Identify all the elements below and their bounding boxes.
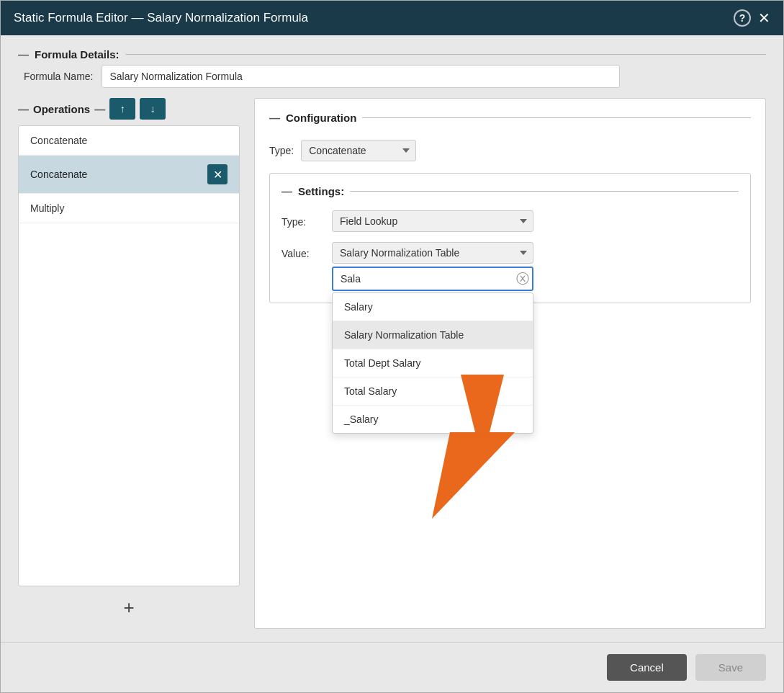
settings-title: Settings: — [298, 185, 344, 197]
save-button[interactable]: Save — [695, 654, 766, 681]
left-panel: — Operations — ↑ ↓ Concatenate Concat — [18, 98, 240, 629]
add-operation-row: + — [18, 586, 240, 629]
settings-value-label: Value: — [281, 242, 325, 259]
config-type-row: Type: Concatenate Multiply Divide Add Su… — [269, 140, 751, 161]
right-panel: — Configuration Type: Concatenate Multip… — [254, 98, 766, 629]
settings-value-control: Salary Normalization Table ⓧ Salary Sala… — [332, 242, 739, 291]
add-operation-button[interactable]: + — [123, 596, 134, 619]
formula-details-title: Formula Details: — [35, 48, 120, 61]
dropdown-item[interactable]: Total Salary — [333, 377, 533, 406]
move-down-button[interactable]: ↓ — [140, 98, 166, 120]
config-type-label: Type: — [269, 145, 294, 156]
list-item[interactable]: Multiply — [19, 194, 239, 223]
close-icon[interactable]: ✕ — [758, 9, 770, 27]
search-input[interactable] — [332, 267, 533, 291]
settings-type-label: Type: — [281, 210, 325, 228]
field-lookup-select[interactable]: Field Lookup Static Value Formula — [332, 210, 533, 232]
formula-name-input[interactable] — [102, 65, 620, 88]
operations-title: Operations — [33, 103, 90, 115]
help-icon[interactable]: ? — [734, 9, 751, 27]
settings-value-row: Value: Salary Normalization Table ⓧ — [281, 242, 739, 291]
list-item[interactable]: Concatenate — [19, 126, 239, 156]
formula-name-label: Formula Name: — [24, 71, 93, 82]
dropdown-item[interactable]: Salary — [333, 293, 533, 321]
settings-type-row: Type: Field Lookup Static Value Formula — [281, 210, 739, 232]
search-box-container: ⓧ — [332, 267, 533, 291]
move-up-button[interactable]: ↑ — [109, 98, 135, 120]
value-select[interactable]: Salary Normalization Table — [332, 242, 533, 264]
modal-container: Static Formula Editor — Salary Normaliza… — [0, 0, 784, 693]
operations-list: Concatenate Concatenate ✕ Multiply — [18, 125, 240, 586]
formula-name-row: Formula Name: — [24, 65, 766, 88]
list-item[interactable]: Concatenate ✕ — [19, 156, 239, 194]
settings-type-control: Field Lookup Static Value Formula — [332, 210, 739, 232]
title-bar-icons: ? ✕ — [734, 9, 770, 27]
dropdown-list: Salary Salary Normalization Table Total … — [332, 292, 533, 434]
cancel-button[interactable]: Cancel — [607, 654, 687, 681]
dropdown-item[interactable]: _Salary — [333, 406, 533, 433]
delete-item-button[interactable]: ✕ — [207, 164, 227, 184]
modal-body: — Formula Details: Formula Name: — Opera… — [1, 35, 783, 642]
formula-details-header: — Formula Details: — [18, 48, 766, 61]
formula-details-section: — Formula Details: Formula Name: — [18, 48, 766, 88]
configuration-title: Configuration — [286, 112, 356, 124]
config-type-select[interactable]: Concatenate Multiply Divide Add Subtract — [301, 140, 416, 161]
configuration-header: — Configuration — [269, 112, 751, 124]
title-text: Static Formula Editor — Salary Normaliza… — [14, 11, 308, 25]
title-bar: Static Formula Editor — Salary Normaliza… — [1, 1, 783, 35]
settings-header: — Settings: — [281, 185, 739, 197]
dropdown-item[interactable]: Salary Normalization Table — [333, 321, 533, 349]
dropdown-item[interactable]: Total Dept Salary — [333, 349, 533, 377]
modal-footer: Cancel Save — [1, 642, 783, 692]
main-content: — Operations — ↑ ↓ Concatenate Concat — [18, 98, 766, 629]
settings-section: — Settings: Type: Field Lookup Static Va… — [269, 173, 751, 303]
operations-header: — Operations — ↑ ↓ — [18, 98, 240, 120]
search-clear-button[interactable]: ⓧ — [516, 270, 529, 287]
